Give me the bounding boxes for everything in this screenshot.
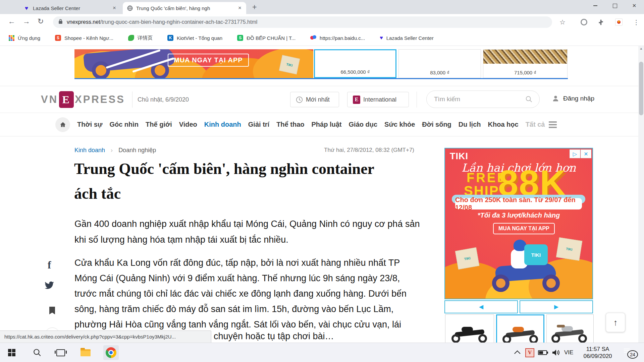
nav-the-gioi[interactable]: Thế giới: [146, 121, 172, 128]
green-s-icon: S: [237, 35, 243, 41]
motorcycle-wheel: [478, 334, 487, 343]
scrollbar-thumb[interactable]: [639, 62, 643, 115]
adchoices-icon[interactable]: ▷: [570, 149, 580, 158]
task-view-button[interactable]: [53, 345, 68, 360]
reload-icon[interactable]: ↻: [38, 17, 44, 26]
nav-khoa-hoc[interactable]: Khoa học: [488, 121, 519, 128]
bike-card-selected[interactable]: [496, 314, 544, 343]
top-banner-ad[interactable]: MUA NGAY TẠI APP TIKI: [74, 49, 313, 78]
nav-giao-duc[interactable]: Giáo dục: [349, 121, 378, 128]
window-controls: ✕: [586, 0, 644, 11]
product-card[interactable]: 83,000 ₫: [398, 49, 481, 78]
carousel-prev-button[interactable]: ◀: [444, 300, 518, 313]
product-card[interactable]: 715,000 ₫: [483, 49, 568, 78]
breadcrumb-subsection-link[interactable]: Doanh nghiệp: [118, 147, 156, 154]
bookmark-detail-page[interactable]: 详情页: [128, 35, 153, 41]
twitter-share-icon[interactable]: [44, 281, 54, 290]
bookmark-shopee[interactable]: S Shopee - Kênh Ngư...: [55, 35, 113, 41]
bookmark-star-icon[interactable]: ☆: [558, 18, 567, 26]
windows-logo-icon: [8, 349, 15, 356]
volume-icon[interactable]: [551, 343, 560, 362]
nav-du-lich[interactable]: Du lịch: [459, 121, 481, 128]
minimize-button[interactable]: [586, 0, 605, 11]
header-date: Chủ nhật, 6/9/2020: [138, 96, 189, 103]
divider: [132, 92, 132, 108]
battery-icon[interactable]: [538, 343, 547, 362]
latest-news-button[interactable]: Mới nhất: [290, 92, 339, 107]
facebook-share-icon[interactable]: f: [48, 259, 51, 271]
menu-dots-icon[interactable]: ⋮: [632, 18, 641, 26]
nav-kinh-doanh[interactable]: Kinh doanh: [204, 121, 241, 128]
login-button[interactable]: Đăng nhập: [552, 95, 594, 102]
taskbar-search-button[interactable]: [30, 345, 45, 360]
scroll-to-top-button[interactable]: ↑: [606, 313, 625, 332]
search-input[interactable]: [433, 95, 525, 103]
nav-goc-nhin[interactable]: Góc nhìn: [109, 121, 139, 128]
chevron-right-icon: ›: [111, 147, 113, 154]
maximize-button[interactable]: [605, 0, 625, 11]
tray-chevron[interactable]: [516, 343, 520, 362]
url-domain: vnexpress.net: [67, 19, 100, 25]
tab-article[interactable]: Trung Quốc 'cấm biên', hàng ngh ×: [123, 2, 246, 14]
bike-card[interactable]: [445, 314, 494, 343]
extensions-puzzle-icon[interactable]: [596, 18, 605, 26]
nav-doi-song[interactable]: Đời sống: [422, 121, 451, 128]
tiki-side-ad[interactable]: TIKI ▷ ✕ Lần hai chơi lớn hơn FREE SHIP …: [444, 148, 593, 299]
scrollbar-up-icon[interactable]: ▲: [638, 47, 644, 50]
close-button[interactable]: ✕: [625, 0, 644, 11]
start-button[interactable]: [4, 345, 19, 360]
search-icon[interactable]: [525, 96, 533, 103]
vnexpress-logo[interactable]: VN E XPRESS: [41, 91, 125, 108]
nav-the-thao[interactable]: Thể thao: [276, 121, 304, 128]
bookmark-apps[interactable]: Ứng dụng: [9, 35, 40, 41]
motorcycle-tank: [513, 327, 524, 332]
nav-suc-khoe[interactable]: Sức khỏe: [384, 121, 415, 128]
ad-cta-button[interactable]: MUA NGAY TẠI APP: [493, 223, 555, 234]
browser-toolbar: ← → ↻ vnexpress.net/trung-quoc-cam-bien-…: [0, 14, 644, 30]
page-scrollbar[interactable]: ▲: [638, 46, 644, 343]
product-card[interactable]: 66,500,000 ₫: [314, 49, 396, 78]
international-button[interactable]: E International: [347, 92, 409, 107]
bookmark-baidu-pan[interactable]: https://pan.baidu.c...: [310, 35, 365, 41]
back-icon[interactable]: ←: [8, 17, 15, 26]
extension-logo-icon[interactable]: [580, 18, 588, 26]
search-box[interactable]: [426, 90, 540, 108]
tab-close-icon[interactable]: ×: [112, 5, 117, 11]
tray-v-app-icon[interactable]: V: [525, 343, 534, 362]
tab-close-icon[interactable]: ×: [237, 5, 242, 11]
bookmark-save-icon[interactable]: [49, 307, 55, 314]
nav-phap-luat[interactable]: Pháp luật: [312, 121, 342, 128]
e-mini-icon: E: [353, 96, 360, 104]
banner-cta-button[interactable]: MUA NGAY TẠI APP: [168, 54, 249, 67]
site-nav: Thời sự Góc nhìn Thế giới Video Kinh doa…: [0, 113, 644, 136]
nav-tat-ca[interactable]: Tất cả: [526, 121, 545, 128]
bike-card[interactable]: [546, 314, 594, 343]
tiki-box: TIKI: [455, 247, 480, 269]
breadcrumb-section-link[interactable]: Kinh doanh: [74, 147, 105, 154]
home-button[interactable]: [55, 117, 70, 132]
ad-note: *Tối đa 3 lượt/khách hàng: [445, 212, 592, 219]
new-tab-icon[interactable]: +: [252, 3, 257, 12]
ad-close-icon[interactable]: ✕: [581, 149, 591, 158]
nav-video[interactable]: Video: [179, 121, 197, 128]
nav-giai-tri[interactable]: Giải trí: [248, 121, 269, 128]
carousel-next-button[interactable]: ▶: [520, 300, 593, 313]
site-header: VN E XPRESS Chủ nhật, 6/9/2020 Mới nhất …: [0, 86, 644, 113]
hamburger-icon[interactable]: [549, 121, 557, 128]
bookmark-dobep[interactable]: S ĐỒ BẾP CHUẨN | T...: [237, 35, 296, 41]
file-explorer-button[interactable]: [78, 345, 93, 360]
bookmark-lazada[interactable]: ♥ Lazada Seller Center: [380, 35, 433, 41]
tab-lazada[interactable]: ♥ Lazada Seller Center ×: [19, 2, 121, 14]
bookmark-kiotviet[interactable]: K KiotViet - Tổng quan: [167, 35, 222, 41]
extension-logo2-icon[interactable]: [614, 18, 623, 26]
nav-thoi-su[interactable]: Thời sự: [77, 121, 102, 128]
bookmark-label: KiotViet - Tổng quan: [177, 35, 222, 41]
kiotviet-icon: K: [167, 35, 173, 41]
taskbar-clock[interactable]: 11:57 SA 06/09/2020: [579, 346, 616, 360]
logo-e-box: E: [59, 91, 74, 108]
bookmark-label: Ứng dụng: [18, 35, 40, 41]
address-bar[interactable]: vnexpress.net/trung-quoc-cam-bien-hang-n…: [53, 16, 552, 28]
forward-icon[interactable]: →: [23, 17, 30, 26]
chrome-taskbar-button[interactable]: [103, 345, 119, 360]
language-indicator[interactable]: VIE: [564, 343, 573, 362]
